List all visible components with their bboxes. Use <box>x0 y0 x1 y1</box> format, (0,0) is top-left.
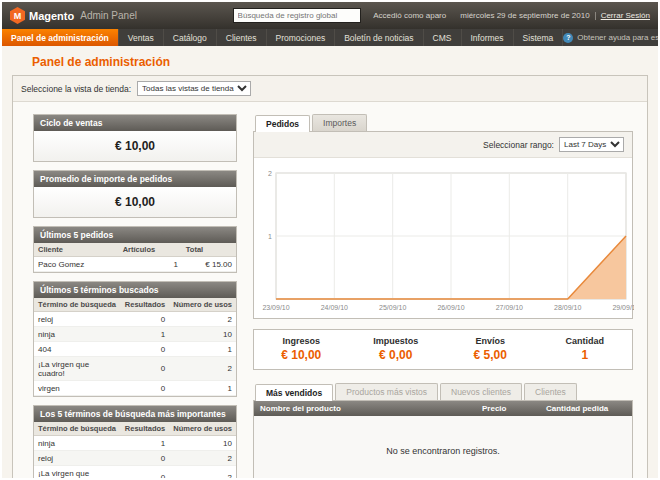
col-header-cliente: Cliente <box>34 243 119 257</box>
top-search-box: Los 5 términos de búsqueda más important… <box>33 405 237 480</box>
svg-text:2: 2 <box>268 170 272 177</box>
separator <box>595 12 596 20</box>
nav-item-catalogo[interactable]: Catálogo <box>164 29 217 46</box>
range-label: Seleccionar rango: <box>483 140 554 150</box>
search-term-row[interactable]: reloj 0 2 <box>34 451 236 466</box>
logo-text: Magento <box>29 10 74 22</box>
search-uses: 2 <box>169 357 236 381</box>
header-date: miércoles 29 de septiembre de 2010 <box>460 11 589 20</box>
average-orders-title: Promedio de importe de pedidos <box>34 171 236 187</box>
logo-subtitle: Admin Panel <box>80 10 137 21</box>
totals-bar: Ingresos € 10,00 Impuestos € 0,00 Envíos… <box>253 329 633 370</box>
search-term-row[interactable]: ninja 1 10 <box>34 327 236 342</box>
stat-value: 1 <box>538 348 633 362</box>
last-search-title: Últimos 5 términos buscados <box>34 282 236 298</box>
svg-text:24/09/10: 24/09/10 <box>321 304 348 311</box>
search-term: ninja <box>34 327 121 342</box>
nav-item-ventas[interactable]: Ventas <box>119 29 164 46</box>
header-left: M Magento Admin Panel <box>10 7 233 24</box>
tab-mas-vendidos[interactable]: Más vendidos <box>255 384 333 401</box>
stat-value: € 0,00 <box>349 348 444 362</box>
search-results: 0 <box>121 381 169 396</box>
col-header-product-name: Nombre del producto <box>254 401 476 416</box>
range-select[interactable]: Last 7 Days <box>559 137 624 152</box>
search-results: 0 <box>121 466 169 480</box>
col-header-term: Término de búsqueda <box>34 422 121 436</box>
col-header-results: Resultados <box>121 422 169 436</box>
search-results: 1 <box>121 436 169 451</box>
search-term: ninja <box>34 436 121 451</box>
average-orders-value: € 10,00 <box>34 187 236 217</box>
main-nav: Panel de administración Ventas Catálogo … <box>2 29 658 46</box>
svg-text:26/09/10: 26/09/10 <box>437 304 464 311</box>
nav-item-informes[interactable]: Informes <box>462 29 514 46</box>
search-results: 0 <box>121 312 169 327</box>
order-row[interactable]: Paco Gomez 1 € 15.00 <box>34 257 236 272</box>
orders-chart-panel: Seleccionar rango: Last 7 Days 23/09/102… <box>253 131 633 319</box>
tab-nuevos-clientes[interactable]: Nuevos clientes <box>440 383 522 400</box>
store-view-bar: Seleccione la vista de tienda: Todas las… <box>13 76 647 102</box>
page-title: Panel de administración <box>2 46 658 75</box>
top-header: M Magento Admin Panel Accedió como aparo… <box>2 2 658 29</box>
col-header-price: Precio <box>476 401 540 416</box>
search-term-row[interactable]: ninja 1 10 <box>34 436 236 451</box>
stat-label: Envíos <box>443 336 538 346</box>
tab-clientes[interactable]: Clientes <box>524 383 577 400</box>
search-results: 0 <box>121 342 169 357</box>
search-term-row[interactable]: ¡La virgen que cuadro! 0 2 <box>34 357 236 381</box>
chart-tabs: Pedidos Importes <box>253 114 633 131</box>
stat-envios: Envíos € 5,00 <box>443 336 538 362</box>
dashboard-left-column: Ciclo de ventas € 10,00 Promedio de impo… <box>33 114 237 480</box>
logged-in-as: Accedió como aparo <box>373 11 446 20</box>
nav-item-clientes[interactable]: Clientes <box>217 29 267 46</box>
search-uses: 2 <box>169 451 236 466</box>
search-uses: 2 <box>169 312 236 327</box>
average-orders-box: Promedio de importe de pedidos € 10,00 <box>33 170 237 218</box>
tab-productos-mas-vistos[interactable]: Productos más vistos <box>335 383 438 400</box>
svg-text:28/09/10: 28/09/10 <box>554 304 581 311</box>
col-header-uses: Número de usos <box>169 422 236 436</box>
search-term: 404 <box>34 342 121 357</box>
bestsellers-grid: Nombre del producto Precio Cantidad pedi… <box>253 400 633 480</box>
search-term: reloj <box>34 451 121 466</box>
nav-item-sistema[interactable]: Sistema <box>514 29 564 46</box>
page-help-link[interactable]: ? Obtener ayuda para esta página <box>563 29 660 46</box>
dashboard-columns: Ciclo de ventas € 10,00 Promedio de impo… <box>13 102 647 480</box>
last-orders-title: Últimos 5 pedidos <box>34 227 236 243</box>
search-term: virgen <box>34 381 121 396</box>
tab-importes[interactable]: Importes <box>312 114 367 131</box>
nav-item-promociones[interactable]: Promociones <box>267 29 336 46</box>
nav-item-boletin[interactable]: Boletín de noticias <box>335 29 423 46</box>
stat-label: Cantidad <box>538 336 633 346</box>
search-results: 0 <box>121 357 169 381</box>
col-header-articulos: Artículos <box>119 243 182 257</box>
stat-cantidad: Cantidad 1 <box>538 336 633 362</box>
nav-item-dashboard[interactable]: Panel de administración <box>2 29 119 46</box>
search-term-row[interactable]: reloj 0 2 <box>34 312 236 327</box>
last-search-box: Últimos 5 términos buscados Término de b… <box>33 281 237 397</box>
nav-item-cms[interactable]: CMS <box>424 29 462 46</box>
search-term-row[interactable]: virgen 0 1 <box>34 381 236 396</box>
order-items: 1 <box>119 257 182 272</box>
search-results: 0 <box>121 451 169 466</box>
stat-label: Impuestos <box>349 336 444 346</box>
header-user-info: Accedió como aparomiércoles 29 de septie… <box>361 11 650 20</box>
tab-pedidos[interactable]: Pedidos <box>255 115 310 132</box>
magento-logo-icon: M <box>10 7 25 24</box>
search-term-row[interactable]: ¡La virgen que cuadro! 0 2 <box>34 466 236 480</box>
svg-text:29/09/10: 29/09/10 <box>612 304 634 311</box>
search-uses: 2 <box>169 466 236 480</box>
search-term-row[interactable]: 404 0 1 <box>34 342 236 357</box>
lifetime-sales-title: Ciclo de ventas <box>34 115 236 131</box>
col-header-qty: Cantidad pedida <box>540 401 632 416</box>
search-results: 1 <box>121 327 169 342</box>
magento-logo[interactable]: M Magento Admin Panel <box>10 7 137 24</box>
search-uses: 10 <box>169 436 236 451</box>
range-row: Seleccionar rango: Last 7 Days <box>254 132 632 158</box>
store-view-select[interactable]: Todas las vistas de tienda <box>137 81 251 96</box>
search-uses: 10 <box>169 327 236 342</box>
global-search-input[interactable] <box>233 8 361 23</box>
stat-value: € 5,00 <box>443 348 538 362</box>
logout-link[interactable]: Cerrar Sesión <box>601 11 650 20</box>
col-header-uses: Número de usos <box>169 298 236 312</box>
